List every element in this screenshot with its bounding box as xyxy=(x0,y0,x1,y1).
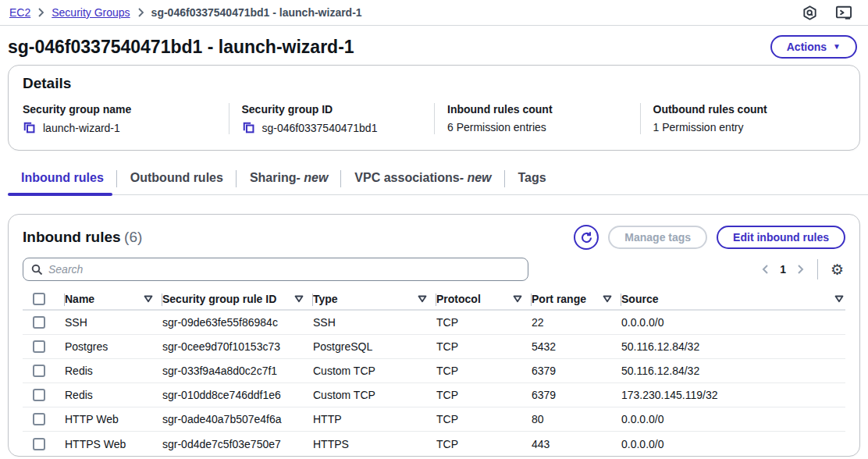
column-header-protocol[interactable]: Protocol xyxy=(436,289,532,309)
page-number[interactable]: 1 xyxy=(780,263,786,276)
cell-source: 173.230.145.119/32 xyxy=(621,389,845,401)
field-security-group-id: Security group ID sg-046f0337540471bd1 xyxy=(229,103,435,134)
cell-protocol: TCP xyxy=(436,438,532,450)
edit-inbound-rules-label: Edit inbound rules xyxy=(733,231,829,244)
table-header-row: Name Security group rule ID Type Protoco… xyxy=(23,289,845,311)
caret-down-icon: ▼ xyxy=(833,43,841,51)
next-page-button[interactable] xyxy=(797,264,805,275)
tab-sharing[interactable]: Sharing - new xyxy=(237,163,341,195)
breadcrumb-link-security-groups[interactable]: Security Groups xyxy=(52,6,130,19)
cell-protocol: TCP xyxy=(436,316,532,329)
row-checkbox[interactable] xyxy=(33,340,45,353)
cell-port-range: 5432 xyxy=(532,340,621,353)
cell-port-range: 6379 xyxy=(532,389,621,401)
tab-suffix: - new xyxy=(296,171,328,185)
filter-icon[interactable] xyxy=(513,295,522,303)
previous-page-button[interactable] xyxy=(761,264,769,275)
cell-name: SSH xyxy=(65,316,162,329)
tab-bar: Inbound rules Outbound rules Sharing - n… xyxy=(8,163,868,195)
tab-tags[interactable]: Tags xyxy=(505,163,560,195)
manage-tags-button[interactable]: Manage tags xyxy=(608,226,707,249)
cell-port-range: 6379 xyxy=(532,365,621,377)
column-header-source[interactable]: Source xyxy=(621,289,845,309)
column-label: Port range xyxy=(532,293,586,305)
cell-name: Redis xyxy=(65,365,162,377)
breadcrumb-current: sg-046f0337540471bd1 - launch-wizard-1 xyxy=(151,6,362,19)
cell-source: 0.0.0.0/0 xyxy=(621,438,845,450)
cell-source: 0.0.0.0/0 xyxy=(621,316,845,329)
cell-name: HTTPS Web xyxy=(65,438,162,450)
tab-label: VPC associations xyxy=(354,171,459,185)
field-outbound-rules-count: Outbound rules count 1 Permission entry xyxy=(640,103,846,134)
field-value: sg-046f0337540471bd1 xyxy=(262,122,378,134)
table-row: Redis sgr-033f9a4a8d0c2c7f1 Custom TCP T… xyxy=(23,359,845,383)
cell-name: Redis xyxy=(65,389,162,401)
field-label: Security group ID xyxy=(242,103,435,116)
column-header-rule-id[interactable]: Security group rule ID xyxy=(162,289,313,309)
column-header-type[interactable]: Type xyxy=(313,289,436,309)
column-label: Source xyxy=(621,293,658,305)
tab-vpc-associations[interactable]: VPC associations - new xyxy=(341,163,504,195)
inbound-rules-panel: Inbound rules (6) Manage tags Edit inbou… xyxy=(8,214,860,457)
cell-rule-id: sgr-0ade40a7b507e4f6a xyxy=(162,413,313,425)
chevron-right-icon xyxy=(137,8,144,17)
tab-label: Outbound rules xyxy=(130,171,223,185)
row-checkbox[interactable] xyxy=(33,438,45,450)
row-checkbox[interactable] xyxy=(33,389,45,401)
edit-inbound-rules-button[interactable]: Edit inbound rules xyxy=(717,226,845,249)
tab-suffix: - new xyxy=(460,171,492,185)
details-card: Details Security group name launch-wizar… xyxy=(8,65,860,151)
cell-source: 0.0.0.0/0 xyxy=(621,413,845,425)
cell-protocol: TCP xyxy=(436,340,532,353)
field-label: Security group name xyxy=(23,103,229,116)
copy-icon[interactable] xyxy=(23,121,36,134)
actions-button[interactable]: Actions ▼ xyxy=(770,35,857,59)
search-input[interactable] xyxy=(48,263,520,276)
cell-type: HTTPS xyxy=(313,438,436,450)
breadcrumb-bar: EC2 Security Groups sg-046f0337540471bd1… xyxy=(0,0,868,26)
cell-source: 50.116.12.84/32 xyxy=(621,365,845,377)
copy-icon[interactable] xyxy=(242,121,255,134)
table-row: Postgres sgr-0cee9d70f10153c73 PostgreSQ… xyxy=(23,335,845,359)
cell-port-range: 443 xyxy=(532,438,621,450)
field-label: Inbound rules count xyxy=(447,103,640,116)
search-icon xyxy=(31,264,43,276)
details-heading: Details xyxy=(23,75,845,92)
column-label: Name xyxy=(65,293,94,305)
cell-protocol: TCP xyxy=(436,365,532,377)
filter-icon[interactable] xyxy=(294,295,304,303)
row-checkbox[interactable] xyxy=(33,365,45,377)
cell-port-range: 80 xyxy=(532,413,621,425)
gear-icon[interactable]: ⚙ xyxy=(827,262,845,277)
cloudshell-icon[interactable] xyxy=(835,5,852,20)
filter-icon[interactable] xyxy=(603,295,612,303)
column-header-name[interactable]: Name xyxy=(65,289,162,309)
column-header-port-range[interactable]: Port range xyxy=(532,289,621,309)
refresh-button[interactable] xyxy=(574,225,599,250)
row-checkbox[interactable] xyxy=(33,316,45,329)
cell-rule-id: sgr-0cee9d70f10153c73 xyxy=(162,340,313,353)
row-checkbox[interactable] xyxy=(33,413,45,425)
cell-name: Postgres xyxy=(65,340,162,353)
actions-button-label: Actions xyxy=(787,41,827,53)
chevron-right-icon xyxy=(37,8,44,17)
cell-port-range: 22 xyxy=(532,316,621,329)
table-row: HTTP Web sgr-0ade40a7b507e4f6a HTTP TCP … xyxy=(23,407,845,432)
page-title: sg-046f0337540471bd1 - launch-wizard-1 xyxy=(8,37,354,58)
filter-icon[interactable] xyxy=(144,295,153,303)
cell-rule-id: sgr-09de63fe55f86984c xyxy=(162,316,313,329)
tab-outbound-rules[interactable]: Outbound rules xyxy=(117,163,237,195)
manage-tags-label: Manage tags xyxy=(624,231,691,244)
cell-name: HTTP Web xyxy=(65,413,162,425)
breadcrumb-link-ec2[interactable]: EC2 xyxy=(9,6,30,19)
field-security-group-name: Security group name launch-wizard-1 xyxy=(23,103,229,134)
tab-inbound-rules[interactable]: Inbound rules xyxy=(8,163,117,195)
breadcrumb: EC2 Security Groups sg-046f0337540471bd1… xyxy=(9,6,362,19)
select-all-checkbox[interactable] xyxy=(33,293,45,305)
table-row: HTTPS Web sgr-0d4de7c5f03e750e7 HTTPS TC… xyxy=(23,432,845,456)
amazon-q-icon[interactable] xyxy=(802,5,818,21)
filter-icon[interactable] xyxy=(834,295,844,303)
filter-icon[interactable] xyxy=(418,295,427,303)
cell-type: Custom TCP xyxy=(313,389,436,401)
column-label: Security group rule ID xyxy=(162,293,276,305)
